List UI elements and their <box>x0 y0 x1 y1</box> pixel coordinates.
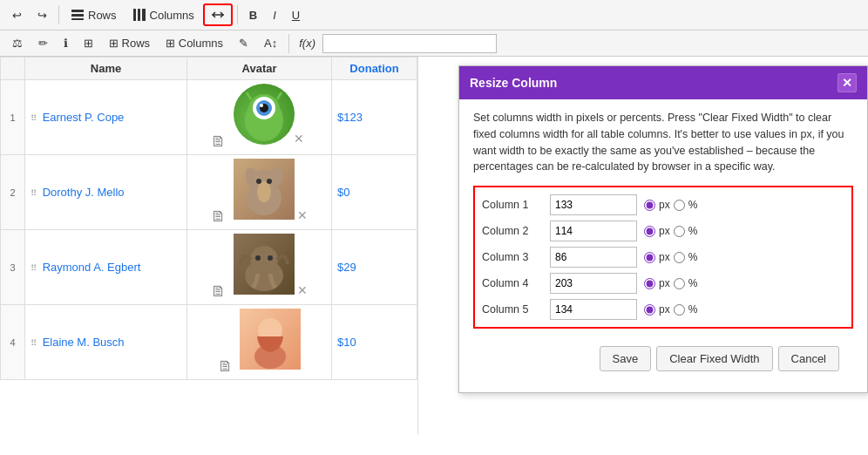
column-row-2: Column 2 px % <box>482 221 844 241</box>
avatar-cell: 🗎 ✕ <box>187 155 332 230</box>
elephant-svg <box>234 159 295 220</box>
dialog-overlay: Resize Column ✕ Set columns width in pix… <box>450 57 868 435</box>
col5-input[interactable] <box>550 299 637 320</box>
italic-button[interactable]: I <box>266 5 283 25</box>
col3-px-label: px <box>659 249 670 265</box>
dialog-title: Resize Column <box>470 76 557 90</box>
dialog-body: Set columns width in pixels or percents.… <box>459 99 867 392</box>
underline-button[interactable]: U <box>285 5 307 25</box>
clear-fixed-width-button[interactable]: Clear Fixed Width <box>656 346 772 371</box>
resize-column-button[interactable] <box>203 3 233 26</box>
balance-icon-button[interactable]: ⚖ <box>5 33 30 53</box>
name-cell: ⠿ Raymond A. Egbert <box>25 230 187 305</box>
table-row: 3 ⠿ Raymond A. Egbert 🗎 <box>1 230 417 305</box>
grid-icon-button[interactable]: ⊞ <box>77 33 100 53</box>
delete-avatar[interactable]: ✕ <box>297 208 308 222</box>
col4-input[interactable] <box>550 273 637 294</box>
svg-rect-4 <box>138 9 140 21</box>
separator <box>58 5 59 24</box>
drag-handle: ⠿ <box>31 263 37 273</box>
columns-button[interactable]: Columns <box>125 4 201 25</box>
col1-unit-group: px % <box>644 197 697 213</box>
col4-px-radio[interactable] <box>644 278 655 289</box>
svg-point-23 <box>255 255 261 261</box>
col3-input[interactable] <box>550 247 637 268</box>
column-row-3: Column 3 px % <box>482 247 844 268</box>
name-value[interactable]: Raymond A. Egbert <box>43 261 141 274</box>
rows-icon <box>71 8 85 22</box>
col2-pct-radio[interactable] <box>674 226 685 237</box>
resize-icon <box>211 8 225 22</box>
col1-label: Column 1 <box>482 197 543 214</box>
columns-icon <box>132 8 146 22</box>
separator2 <box>237 5 238 24</box>
avatar-cell: 🗎 <box>187 230 332 305</box>
svg-point-18 <box>257 181 271 202</box>
rows-button[interactable]: Rows <box>64 4 124 25</box>
name-value[interactable]: Earnest P. Cope <box>43 111 125 124</box>
svg-point-19 <box>256 179 261 184</box>
col5-label: Column 5 <box>482 302 543 318</box>
drag-handle: ⠿ <box>31 188 37 198</box>
name-value[interactable]: Dorothy J. Mello <box>43 186 125 199</box>
separator3 <box>288 34 289 53</box>
col1-pct-label: % <box>688 197 698 213</box>
row-num: 3 <box>1 230 25 305</box>
table-area: Name Avatar Donation 1 ⠿ Earnest P. Cope… <box>0 57 418 435</box>
col-header-num <box>1 58 25 80</box>
avatar-image <box>240 309 301 370</box>
delete-avatar[interactable]: ✕ <box>297 283 308 297</box>
name-value[interactable]: Elaine M. Busch <box>43 336 125 349</box>
info-icon-button[interactable]: ℹ <box>57 33 75 53</box>
svg-rect-1 <box>71 14 84 17</box>
file-icon: 🗎 <box>218 357 234 375</box>
avatar-image <box>234 234 295 295</box>
col1-px-radio[interactable] <box>644 200 655 211</box>
dialog-header: Resize Column ✕ <box>459 66 867 99</box>
col5-px-label: px <box>659 302 670 317</box>
columns-alt-button[interactable]: ⊞ Columns <box>159 33 230 53</box>
column-row-4: Column 4 px % <box>482 273 844 294</box>
col2-input[interactable] <box>550 221 637 241</box>
col-header-avatar: Avatar <box>187 58 332 80</box>
svg-point-22 <box>250 246 278 274</box>
redo-button[interactable]: ↪ <box>31 5 54 25</box>
formula-input[interactable] <box>322 34 497 53</box>
edit-icon-button[interactable]: ✏ <box>31 33 55 53</box>
col4-unit-group: px % <box>644 275 697 291</box>
col3-unit-group: px % <box>644 249 697 265</box>
rows-alt-button[interactable]: ⊞ Rows <box>102 33 157 53</box>
data-table: Name Avatar Donation 1 ⠿ Earnest P. Cope… <box>0 57 417 380</box>
delete-avatar[interactable]: ✕ <box>294 132 304 146</box>
save-button[interactable]: Save <box>600 346 652 371</box>
toolbar-top: ↩ ↪ Rows Columns B I U <box>0 0 868 31</box>
sort-icon-button[interactable]: A↕ <box>257 33 284 53</box>
monster-svg <box>234 84 295 145</box>
column-row-1: Column 1 px % <box>482 194 844 215</box>
col3-pct-radio[interactable] <box>674 252 685 263</box>
toolbar-bottom: ⚖ ✏ ℹ ⊞ ⊞ Rows ⊞ Columns ✎ A↕ f(x) <box>0 31 868 57</box>
svg-rect-0 <box>71 10 84 12</box>
col1-input[interactable] <box>550 194 637 215</box>
cancel-button[interactable]: Cancel <box>778 346 839 371</box>
col3-px-radio[interactable] <box>644 252 655 263</box>
undo-button[interactable]: ↩ <box>5 5 29 25</box>
edit2-icon-button[interactable]: ✎ <box>232 33 255 53</box>
col5-px-radio[interactable] <box>644 304 655 316</box>
col-header-donation: Donation <box>332 58 417 80</box>
svg-rect-2 <box>71 18 84 20</box>
table-row: 4 ⠿ Elaine M. Busch 🗎 <box>1 305 417 380</box>
bold-button[interactable]: B <box>242 5 264 25</box>
donation-cell: $29 <box>332 230 417 305</box>
svg-rect-3 <box>133 9 136 21</box>
file-icon: 🗎 <box>211 207 227 225</box>
mammoth-svg <box>234 234 295 295</box>
svg-line-12 <box>247 92 251 99</box>
col4-pct-radio[interactable] <box>674 278 685 289</box>
dialog-close-button[interactable]: ✕ <box>837 73 857 92</box>
col1-pct-radio[interactable] <box>674 200 685 211</box>
col5-pct-radio[interactable] <box>674 304 685 316</box>
col2-px-radio[interactable] <box>644 226 655 237</box>
svg-line-13 <box>277 92 281 99</box>
svg-point-24 <box>268 255 273 261</box>
